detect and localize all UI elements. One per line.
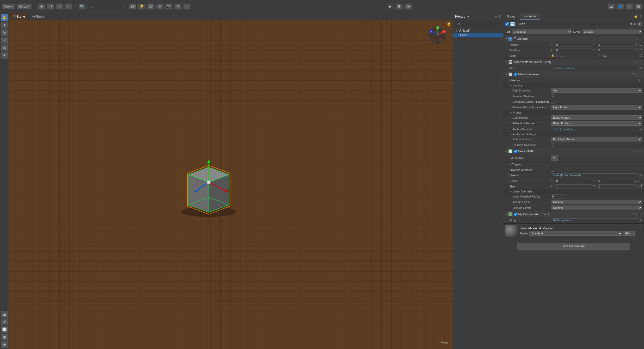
move-tool-btn[interactable]: ⊕ xyxy=(38,4,45,10)
inspector-tab[interactable]: Inspector xyxy=(520,13,540,20)
scene-tab[interactable]: 🎬 Scene xyxy=(9,13,29,20)
account-btn[interactable]: 👤 xyxy=(617,4,624,10)
hierarchy-more-icon[interactable]: ⋮ xyxy=(498,15,501,18)
mycomp-help[interactable]: ? xyxy=(633,213,634,216)
add-component-button[interactable]: Add Component xyxy=(517,243,630,250)
include-layers-select[interactable]: Nothing xyxy=(551,200,642,204)
material-help-icon[interactable]: ? xyxy=(640,225,642,228)
mycomp-dots[interactable]: ⋮ xyxy=(639,213,642,216)
light-probes-select[interactable]: Blend Probes xyxy=(551,115,642,120)
meshrenderer-dots[interactable]: ⋮ xyxy=(639,73,642,76)
mesh-target-icon[interactable]: ◎ xyxy=(639,66,642,70)
transform-header[interactable]: ▼ ⤢ Transform ? ⋮ xyxy=(503,35,644,42)
eraser-tool[interactable]: ⬜ xyxy=(1,326,8,333)
collab-btn[interactable]: ☁ xyxy=(608,4,615,10)
obj-name-input[interactable] xyxy=(516,22,628,26)
rot-y-input[interactable] xyxy=(597,48,634,52)
mesh-filter-header[interactable]: ▼ Cube Instance (Mesh Filter) ? ⤢ ⋮ xyxy=(503,59,644,65)
pos-x-input[interactable] xyxy=(555,43,592,47)
exclude-layers-select[interactable]: Nothing xyxy=(551,206,642,210)
meshfilter-help[interactable]: ? xyxy=(633,61,634,64)
meshrenderer-enabled[interactable] xyxy=(514,73,517,76)
pause-btn[interactable]: ⏸ xyxy=(396,4,403,10)
obj-active-checkbox[interactable] xyxy=(505,22,509,26)
rect-tool-btn[interactable]: ▭ xyxy=(65,4,72,10)
boxcollider-enabled[interactable] xyxy=(514,150,517,153)
provides-contacts-checkbox[interactable] xyxy=(551,168,554,172)
additional-section[interactable]: ▼ Additional Settings xyxy=(503,132,644,136)
rect-tool[interactable]: ▭ xyxy=(1,44,8,51)
pivot-button[interactable]: Pivot ▾ xyxy=(2,4,15,9)
receive-shadows-checkbox[interactable] xyxy=(551,94,554,98)
layer-select[interactable]: Default xyxy=(582,29,642,34)
2d-toggle[interactable]: 2D xyxy=(129,4,136,10)
dynamic-occlusion-checkbox[interactable] xyxy=(551,143,554,147)
layout-btn[interactable]: ⊟ xyxy=(635,4,642,10)
rotate-tool-btn[interactable]: ↺ xyxy=(47,4,54,10)
rot-z-input[interactable] xyxy=(639,48,644,52)
rotate-tool[interactable]: ↻ xyxy=(1,29,8,36)
move-tool[interactable]: ✛ xyxy=(1,22,8,29)
layer-priority-input[interactable] xyxy=(551,194,566,198)
rot-x-input[interactable] xyxy=(555,48,592,52)
fx-toggle[interactable]: ✦ xyxy=(156,4,163,10)
mesh-renderer-header[interactable]: ▼ Mesh Renderer ? ⤢ ⋮ xyxy=(503,71,644,78)
boxcollider-expand[interactable]: ⤢ xyxy=(635,150,638,153)
shape-tool[interactable]: ◉ xyxy=(1,333,8,340)
mycomp-expand[interactable]: ⤢ xyxy=(635,213,638,216)
pos-z-input[interactable] xyxy=(639,43,644,47)
is-trigger-checkbox[interactable] xyxy=(551,163,554,166)
physic-material-target[interactable]: ◎ xyxy=(639,174,642,177)
physic-material-ref[interactable]: None (Physic Material) xyxy=(551,173,638,177)
script-target-icon[interactable]: ◎ xyxy=(639,219,642,222)
scene-canvas[interactable]: X Z Y ← Persp 🔒 xyxy=(9,20,453,349)
center-x-input[interactable] xyxy=(555,179,592,183)
step-btn[interactable]: ⏭ xyxy=(405,4,412,10)
boxcollider-help[interactable]: ? xyxy=(633,150,634,153)
audio-toggle[interactable]: 🔊 xyxy=(147,4,154,10)
global-button[interactable]: Global ▾ xyxy=(17,4,32,9)
hand-tool[interactable]: ✋ xyxy=(1,14,8,21)
hierarchy-item-cube[interactable]: Cube xyxy=(453,33,503,37)
search-btn[interactable]: 🔍 xyxy=(78,4,86,10)
anchor-target-icon[interactable]: ◎ xyxy=(639,127,642,131)
gizmo-toggle[interactable]: ⚙ xyxy=(174,4,181,10)
size-z-input[interactable] xyxy=(639,184,644,188)
tag-select[interactable]: Untagged xyxy=(511,29,572,34)
hierarchy-add-icon[interactable]: + xyxy=(495,15,497,18)
scene-gizmo[interactable]: X Z Y xyxy=(428,25,448,45)
mycomp-enabled[interactable] xyxy=(514,213,517,216)
static-dropdown[interactable]: ▾ xyxy=(637,22,642,26)
edit-material-btn[interactable]: Edit... xyxy=(623,231,635,236)
pos-y-input[interactable] xyxy=(597,43,634,47)
camera-toggle[interactable]: 📷 xyxy=(165,4,172,10)
shader-select[interactable]: Standard xyxy=(529,231,622,236)
inspector-lock-icon[interactable]: 🔒 xyxy=(634,15,638,18)
boxcollider-dots[interactable]: ⋮ xyxy=(639,149,642,153)
layers-btn[interactable]: ≡ xyxy=(626,4,633,10)
material-more-icon[interactable]: ⋮ xyxy=(636,232,638,235)
lighting-section[interactable]: ▼ Lighting xyxy=(503,83,644,88)
contrib-gi-checkbox[interactable] xyxy=(551,100,554,104)
scale-tool[interactable]: ⤢ xyxy=(1,37,8,44)
inspector-more-icon[interactable]: ⋮ xyxy=(639,15,642,18)
transform-dots[interactable]: ⋮ xyxy=(639,37,642,41)
scene-lock-icon[interactable]: 🔒 xyxy=(447,22,451,26)
scale-x-input[interactable] xyxy=(560,54,597,58)
reflection-probes-select[interactable]: Blend Probes xyxy=(551,121,642,126)
meshrenderer-help[interactable]: ? xyxy=(633,73,634,76)
meshfilter-expand[interactable]: ⤢ xyxy=(635,61,638,64)
size-y-input[interactable] xyxy=(597,184,634,188)
brush-tool[interactable]: 🖌 xyxy=(1,318,8,325)
cast-shadows-select[interactable]: On xyxy=(551,88,642,93)
anchor-ref[interactable]: None (Transform) xyxy=(551,127,638,131)
layer-overrides-section[interactable]: ▼ Layer Overrides xyxy=(503,189,644,194)
probes-section[interactable]: ▼ Probes xyxy=(503,110,644,115)
script-ref[interactable]: MyComponent xyxy=(551,218,638,222)
transform-tool[interactable]: ✦ xyxy=(1,52,8,59)
dots-menu[interactable]: ⋯ xyxy=(183,4,190,10)
meshfilter-dots[interactable]: ⋮ xyxy=(639,60,642,64)
hierarchy-item-untitled[interactable]: ▼ Untitled* xyxy=(453,28,503,33)
project-tab[interactable]: Project xyxy=(503,13,520,20)
box-collider-header[interactable]: ▼ ⬜ Box Collider ? ⤢ ⋮ xyxy=(503,148,644,155)
